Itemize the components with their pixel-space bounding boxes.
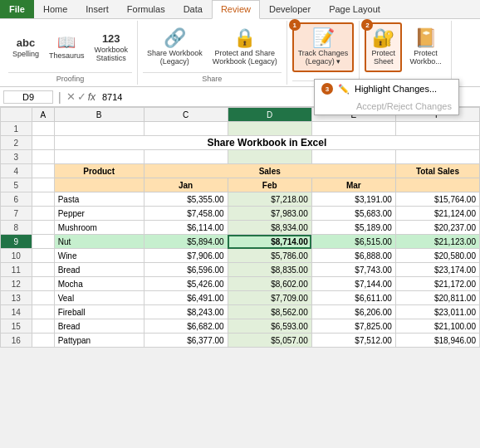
- cell-d9[interactable]: $8,714.00: [228, 235, 311, 249]
- cell-b7[interactable]: Pepper: [54, 207, 144, 221]
- cell-d14[interactable]: $8,562.00: [228, 305, 311, 319]
- workbook-stats-button[interactable]: 123 WorkbookStatistics: [91, 22, 132, 72]
- cell-a13[interactable]: [32, 291, 54, 305]
- cell-e13[interactable]: $6,611.00: [311, 291, 395, 305]
- cell-feb[interactable]: Feb: [228, 178, 311, 192]
- name-box[interactable]: [3, 90, 53, 104]
- highlight-changes-item[interactable]: 3 ✏️ Highlight Changes...: [315, 80, 458, 98]
- cell-c13[interactable]: $6,491.00: [144, 291, 228, 305]
- tab-home[interactable]: Home: [34, 0, 76, 18]
- col-header-c[interactable]: C: [144, 108, 228, 122]
- cell-c12[interactable]: $5,426.00: [144, 277, 228, 291]
- cell-f16[interactable]: $18,946.00: [395, 334, 479, 348]
- cell-d6[interactable]: $7,218.00: [228, 192, 311, 207]
- cell-c14[interactable]: $8,243.00: [144, 305, 228, 319]
- tab-file[interactable]: File: [0, 0, 34, 18]
- share-workbook-button[interactable]: 🔗 Share Workbook(Legacy): [143, 22, 207, 72]
- cell-c7[interactable]: $7,458.00: [144, 207, 228, 221]
- cell-f7[interactable]: $21,124.00: [395, 207, 479, 221]
- cell-e7[interactable]: $5,683.00: [311, 207, 395, 221]
- cell-b11[interactable]: Bread: [54, 263, 144, 277]
- cell-a2[interactable]: [32, 136, 54, 150]
- cell-a7[interactable]: [32, 207, 54, 221]
- cell-d1[interactable]: [228, 122, 311, 136]
- cell-e6[interactable]: $3,191.00: [311, 192, 395, 207]
- cell-d13[interactable]: $7,709.00: [228, 291, 311, 305]
- cancel-icon[interactable]: ✕: [66, 90, 76, 103]
- cell-f6[interactable]: $15,764.00: [395, 192, 479, 207]
- cell-b6[interactable]: Pasta: [54, 192, 144, 207]
- track-changes-button[interactable]: 📝 Track Changes(Legacy) ▾: [292, 22, 355, 72]
- cell-a10[interactable]: [32, 249, 54, 263]
- cell-f12[interactable]: $21,172.00: [395, 277, 479, 291]
- cell-d16[interactable]: $5,057.00: [228, 334, 311, 348]
- cell-d8[interactable]: $8,934.00: [228, 221, 311, 235]
- cell-f1[interactable]: [395, 122, 479, 136]
- cell-f3[interactable]: [395, 150, 479, 164]
- cell-a4[interactable]: [32, 164, 54, 178]
- tab-formulas[interactable]: Formulas: [118, 0, 174, 18]
- cell-b12[interactable]: Mocha: [54, 277, 144, 291]
- cell-f14[interactable]: $23,011.00: [395, 305, 479, 319]
- cell-d10[interactable]: $5,786.00: [228, 249, 311, 263]
- cell-b9[interactable]: Nut: [54, 235, 144, 249]
- cell-e1[interactable]: [311, 122, 395, 136]
- cell-f5[interactable]: [395, 178, 479, 192]
- cell-c8[interactable]: $6,114.00: [144, 221, 228, 235]
- cell-c15[interactable]: $6,682.00: [144, 319, 228, 334]
- cell-f9[interactable]: $21,123.00: [395, 235, 479, 249]
- col-header-d[interactable]: D: [228, 108, 311, 122]
- cell-d3[interactable]: [228, 150, 311, 164]
- protect-workbook-button[interactable]: 📔 ProtectWorkbo...: [405, 22, 445, 72]
- cell-sales-header[interactable]: Sales: [144, 164, 395, 178]
- cell-title[interactable]: Share Workbook in Excel: [54, 136, 479, 150]
- cell-e8[interactable]: $5,189.00: [311, 221, 395, 235]
- tab-data[interactable]: Data: [174, 0, 212, 18]
- thesaurus-button[interactable]: 📖 Thesaurus: [45, 22, 89, 72]
- cell-a3[interactable]: [32, 150, 54, 164]
- cell-b15[interactable]: Bread: [54, 319, 144, 334]
- tab-review[interactable]: Review: [212, 0, 260, 19]
- cell-b8[interactable]: Mushroom: [54, 221, 144, 235]
- cell-a11[interactable]: [32, 263, 54, 277]
- cell-f10[interactable]: $20,580.00: [395, 249, 479, 263]
- tab-developer[interactable]: Developer: [260, 0, 320, 18]
- cell-e3[interactable]: [311, 150, 395, 164]
- cell-c1[interactable]: [144, 122, 228, 136]
- cell-e15[interactable]: $7,825.00: [311, 319, 395, 334]
- function-icon[interactable]: fx: [88, 91, 96, 103]
- cell-a8[interactable]: [32, 221, 54, 235]
- cell-f15[interactable]: $21,100.00: [395, 319, 479, 334]
- cell-a16[interactable]: [32, 334, 54, 348]
- col-header-b[interactable]: B: [54, 108, 144, 122]
- cell-a15[interactable]: [32, 319, 54, 334]
- protect-sheet-button[interactable]: 🔐 ProtectSheet: [365, 22, 402, 72]
- cell-a1[interactable]: [32, 122, 54, 136]
- cell-c16[interactable]: $6,377.00: [144, 334, 228, 348]
- protect-share-button[interactable]: 🔒 Protect and ShareWorkbook (Legacy): [208, 22, 282, 72]
- cell-a5[interactable]: [32, 178, 54, 192]
- cell-d15[interactable]: $6,593.00: [228, 319, 311, 334]
- cell-d7[interactable]: $7,983.00: [228, 207, 311, 221]
- spelling-button[interactable]: abc Spelling: [8, 22, 43, 72]
- cell-c6[interactable]: $5,355.00: [144, 192, 228, 207]
- cell-d12[interactable]: $8,602.00: [228, 277, 311, 291]
- cell-c9[interactable]: $5,894.00: [144, 235, 228, 249]
- cell-f13[interactable]: $20,811.00: [395, 291, 479, 305]
- cell-product-header[interactable]: Product: [54, 164, 144, 178]
- cell-e11[interactable]: $7,743.00: [311, 263, 395, 277]
- cell-e14[interactable]: $6,206.00: [311, 305, 395, 319]
- cell-jan[interactable]: Jan: [144, 178, 228, 192]
- cell-c10[interactable]: $7,906.00: [144, 249, 228, 263]
- cell-e9[interactable]: $6,515.00: [311, 235, 395, 249]
- col-header-a[interactable]: A: [32, 108, 54, 122]
- cell-c3[interactable]: [144, 150, 228, 164]
- cell-b3[interactable]: [54, 150, 144, 164]
- cell-e10[interactable]: $6,888.00: [311, 249, 395, 263]
- cell-a14[interactable]: [32, 305, 54, 319]
- cell-f8[interactable]: $20,237.00: [395, 221, 479, 235]
- cell-total-header[interactable]: Total Sales: [395, 164, 479, 178]
- cell-a12[interactable]: [32, 277, 54, 291]
- cell-e16[interactable]: $7,512.00: [311, 334, 395, 348]
- cell-a9[interactable]: [32, 235, 54, 249]
